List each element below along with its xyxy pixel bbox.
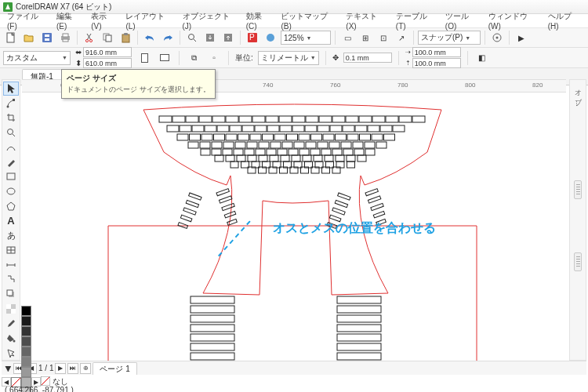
- snap-dropdown[interactable]: スナップ(P) ▼: [418, 31, 481, 45]
- color-swatch[interactable]: [21, 306, 31, 316]
- crop-tool-icon[interactable]: [3, 111, 19, 125]
- svg-point-28: [7, 188, 15, 194]
- launch-icon[interactable]: ▶: [514, 30, 529, 45]
- zoom-select[interactable]: 125%▼: [281, 31, 331, 45]
- toolbox: A あ: [2, 79, 20, 361]
- dup-y-field[interactable]: 100.0 mm: [412, 58, 461, 68]
- save-icon[interactable]: [39, 30, 55, 45]
- add-page-button[interactable]: ⊕: [80, 363, 91, 374]
- svg-rect-49: [332, 116, 345, 122]
- paste-icon[interactable]: [118, 30, 133, 45]
- color-swatch[interactable]: [21, 347, 31, 357]
- page-size-select[interactable]: カスタム▼: [3, 51, 71, 65]
- docker-tab-label[interactable]: オブ...: [573, 85, 583, 107]
- color-swatch[interactable]: [21, 336, 31, 347]
- menu-effect[interactable]: 効果(C): [242, 10, 276, 31]
- color-swatch[interactable]: [21, 316, 31, 326]
- menu-object[interactable]: オブジェクト(J): [179, 10, 241, 31]
- svg-rect-75: [177, 134, 188, 140]
- options-icon[interactable]: [489, 30, 505, 45]
- import-icon[interactable]: [202, 30, 218, 45]
- svg-rect-162: [186, 200, 198, 207]
- show-rulers-icon[interactable]: ⊞: [358, 30, 373, 45]
- svg-rect-41: [226, 116, 238, 122]
- svg-rect-60: [217, 125, 229, 132]
- treat-as-filled-icon[interactable]: ◧: [474, 50, 490, 66]
- svg-rect-126: [215, 155, 223, 162]
- menu-tool[interactable]: ツール(O): [441, 10, 483, 31]
- menu-bitmap[interactable]: ビットマップ(B): [277, 10, 340, 31]
- menu-help[interactable]: ヘルプ(H): [544, 10, 585, 31]
- svg-rect-22: [141, 53, 147, 62]
- redo-icon[interactable]: [160, 30, 176, 45]
- transparency-tool-icon[interactable]: [3, 302, 19, 316]
- nudge-field[interactable]: 0.1 mm: [343, 53, 392, 63]
- text-tool-icon[interactable]: A: [3, 214, 19, 228]
- show-guides-icon[interactable]: ↗: [394, 30, 409, 45]
- dimension-tool-icon[interactable]: [3, 258, 19, 272]
- outline-tool-icon[interactable]: [3, 346, 19, 360]
- show-grid-icon[interactable]: ⊡: [376, 30, 391, 45]
- last-page-button[interactable]: ⏭: [67, 363, 78, 374]
- zoom-tool-icon[interactable]: [3, 125, 19, 140]
- units-select[interactable]: ミリメートル▼: [258, 51, 319, 65]
- menu-view[interactable]: 表示(V): [87, 10, 120, 31]
- fill-tool-icon[interactable]: [3, 331, 19, 345]
- rectangle-tool-icon[interactable]: [3, 169, 19, 183]
- ellipse-tool-icon[interactable]: [3, 184, 19, 198]
- dropshadow-tool-icon[interactable]: [3, 287, 19, 301]
- svg-rect-138: [347, 155, 355, 162]
- artistic-media-icon[interactable]: [3, 155, 19, 169]
- scroll-grip-2[interactable]: [574, 252, 582, 271]
- menu-layout[interactable]: レイアウト(L): [122, 10, 176, 31]
- docker-panel[interactable]: オブ...: [569, 79, 586, 361]
- undo-icon[interactable]: [142, 30, 158, 45]
- publish-icon[interactable]: P: [245, 30, 260, 45]
- corel-connect-icon[interactable]: [263, 30, 278, 45]
- color-swatch[interactable]: [21, 357, 31, 367]
- all-pages-icon[interactable]: ⧉: [186, 50, 201, 66]
- current-page-icon[interactable]: ▫: [206, 50, 222, 66]
- svg-rect-110: [201, 149, 210, 155]
- canvas[interactable]: オスとメスの位置を合わせる: [22, 93, 566, 361]
- page-width-field[interactable]: 916.0 mm: [83, 47, 132, 57]
- connector-tool-icon[interactable]: [3, 273, 19, 287]
- menu-edit[interactable]: 編集(E): [53, 10, 85, 31]
- next-page-button[interactable]: ▶: [55, 363, 66, 374]
- menu-text[interactable]: テキスト(X): [342, 10, 390, 31]
- dup-x-field[interactable]: 100.0 mm: [412, 47, 461, 57]
- svg-rect-78: [214, 134, 225, 140]
- svg-rect-131: [270, 155, 278, 162]
- fullscreen-icon[interactable]: ▭: [339, 30, 355, 45]
- scroll-grip-1[interactable]: [574, 180, 582, 199]
- print-icon[interactable]: [57, 30, 73, 45]
- portrait-icon[interactable]: [136, 50, 152, 66]
- polygon-tool-icon[interactable]: [3, 199, 19, 213]
- new-icon[interactable]: [3, 30, 19, 45]
- search-icon[interactable]: [184, 30, 200, 45]
- svg-rect-133: [292, 155, 300, 162]
- pick-tool-icon[interactable]: [3, 82, 19, 96]
- landscape-icon[interactable]: [157, 50, 172, 66]
- menu-table[interactable]: テーブル(T): [392, 10, 440, 31]
- svg-rect-27: [7, 173, 15, 180]
- export-icon[interactable]: [220, 30, 236, 45]
- eyedropper-tool-icon[interactable]: [3, 317, 19, 331]
- open-icon[interactable]: [21, 30, 37, 45]
- cut-icon[interactable]: [82, 30, 97, 45]
- shape-tool-icon[interactable]: [3, 96, 19, 111]
- copy-icon[interactable]: [100, 30, 115, 45]
- svg-rect-3: [45, 34, 49, 37]
- page-height-field[interactable]: 610.0 mm: [83, 58, 132, 68]
- table-tool-icon[interactable]: [3, 243, 19, 257]
- svg-rect-68: [318, 125, 329, 132]
- page-tab[interactable]: ページ 1: [93, 362, 136, 375]
- color-swatch[interactable]: [21, 326, 31, 336]
- text-tool-jp-icon[interactable]: あ: [3, 228, 19, 242]
- menu-file[interactable]: ファイル(F): [3, 10, 51, 31]
- freehand-tool-icon[interactable]: [3, 140, 19, 154]
- svg-rect-38: [186, 116, 198, 122]
- svg-rect-161: [189, 193, 201, 200]
- menu-window[interactable]: ウィンドウ(W): [485, 10, 543, 31]
- color-swatch[interactable]: [21, 367, 31, 377]
